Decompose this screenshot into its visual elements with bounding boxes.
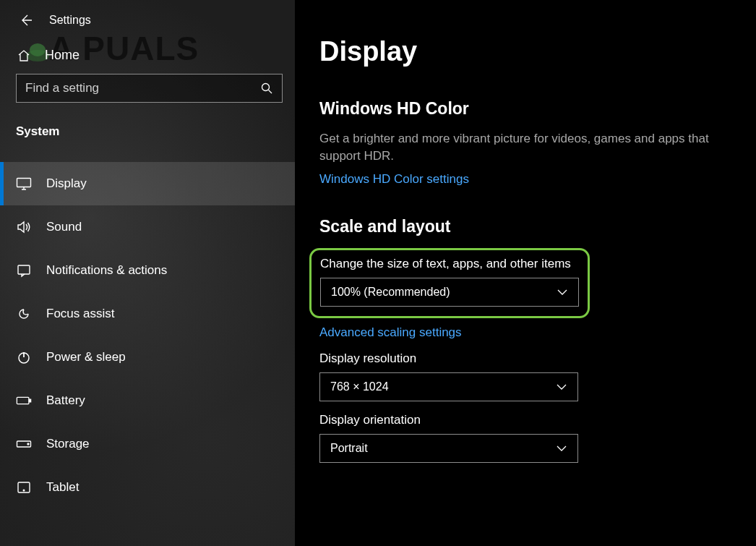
nav-label: Notifications & actions xyxy=(46,263,167,278)
nav-label: Display xyxy=(46,176,87,191)
sidebar-item-notifications[interactable]: Notifications & actions xyxy=(0,249,295,292)
text-size-label: Change the size of text, apps, and other… xyxy=(320,257,579,271)
home-icon xyxy=(16,48,32,63)
svg-rect-7 xyxy=(29,399,30,402)
page-title: Display xyxy=(319,36,740,67)
main-panel: Display Windows HD Color Get a brighter … xyxy=(295,0,756,546)
chevron-down-icon xyxy=(556,383,567,391)
resolution-dropdown[interactable]: 768 × 1024 xyxy=(319,372,578,401)
sidebar-item-tablet[interactable]: Tablet xyxy=(0,466,295,509)
back-arrow-icon[interactable] xyxy=(19,13,33,27)
search-input[interactable] xyxy=(25,81,260,95)
focus-assist-icon xyxy=(16,307,32,321)
text-size-dropdown[interactable]: 100% (Recommended) xyxy=(320,278,579,307)
sidebar-item-battery[interactable]: Battery xyxy=(0,379,295,422)
chevron-down-icon xyxy=(556,445,567,452)
hd-color-desc: Get a brighter and more vibrant picture … xyxy=(319,130,724,165)
nav-label: Storage xyxy=(46,437,90,451)
svg-point-11 xyxy=(23,490,25,491)
home-label: Home xyxy=(45,48,80,63)
orientation-label: Display orientation xyxy=(319,413,740,427)
sidebar-item-storage[interactable]: Storage xyxy=(0,422,295,466)
orientation-value: Portrait xyxy=(330,442,368,455)
nav-label: Focus assist xyxy=(46,307,114,321)
svg-rect-4 xyxy=(18,265,30,274)
svg-point-2 xyxy=(262,84,270,91)
sidebar-item-power-sleep[interactable]: Power & sleep xyxy=(0,336,295,379)
svg-rect-6 xyxy=(17,397,29,404)
nav-label: Tablet xyxy=(46,480,79,495)
svg-point-9 xyxy=(27,443,29,445)
scale-layout-heading: Scale and layout xyxy=(319,217,740,236)
display-icon xyxy=(16,177,32,190)
nav-list: Display Sound Notifications & actions Fo… xyxy=(0,149,295,509)
sidebar-item-sound[interactable]: Sound xyxy=(0,205,295,249)
tablet-icon xyxy=(16,481,32,494)
sidebar-item-focus-assist[interactable]: Focus assist xyxy=(0,292,295,336)
advanced-scaling-link[interactable]: Advanced scaling settings xyxy=(319,325,462,340)
resolution-label: Display resolution xyxy=(319,351,740,366)
window-title: Settings xyxy=(49,14,91,27)
svg-rect-3 xyxy=(17,179,31,187)
home-nav[interactable]: Home xyxy=(0,38,295,74)
sidebar: A PUALS Settings Home System Display xyxy=(0,0,295,546)
power-icon xyxy=(16,350,32,364)
title-bar: Settings xyxy=(0,9,295,38)
nav-label: Battery xyxy=(46,393,85,408)
sound-icon xyxy=(16,220,32,234)
sidebar-item-display[interactable]: Display xyxy=(0,162,295,205)
orientation-dropdown[interactable]: Portrait xyxy=(319,434,578,463)
hd-color-heading: Windows HD Color xyxy=(319,99,740,119)
notifications-icon xyxy=(16,263,32,278)
text-size-value: 100% (Recommended) xyxy=(331,286,450,299)
battery-icon xyxy=(16,396,32,406)
nav-label: Sound xyxy=(46,220,82,234)
search-icon xyxy=(260,82,273,95)
hd-color-settings-link[interactable]: Windows HD Color settings xyxy=(319,172,469,187)
chevron-down-icon xyxy=(557,289,568,296)
highlight-annotation: Change the size of text, apps, and other… xyxy=(309,248,590,318)
search-box[interactable] xyxy=(16,74,283,103)
resolution-value: 768 × 1024 xyxy=(330,380,389,393)
nav-label: Power & sleep xyxy=(46,350,126,364)
category-label: System xyxy=(0,116,295,149)
storage-icon xyxy=(16,440,32,448)
